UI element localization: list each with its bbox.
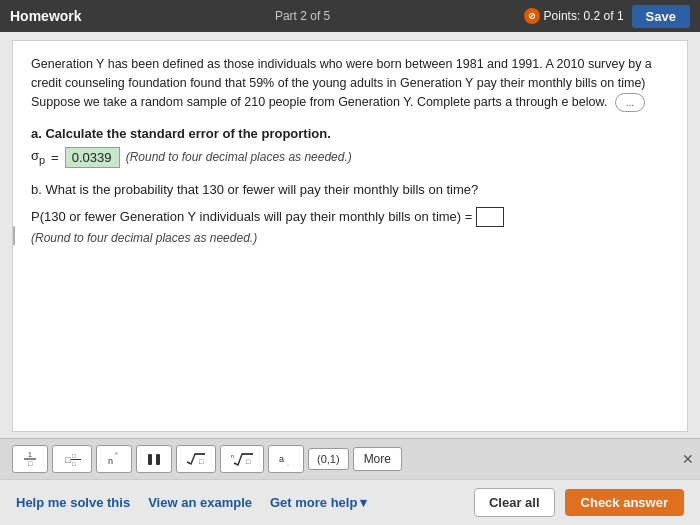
svg-rect-10 <box>156 454 160 465</box>
svg-text:□: □ <box>65 455 71 465</box>
clear-all-button[interactable]: Clear all <box>474 488 555 517</box>
close-toolbar-button[interactable]: ✕ <box>682 451 694 467</box>
nth-root-icon: n □ <box>229 450 255 468</box>
mixed-num-btn[interactable]: □ □ □ <box>52 445 92 473</box>
svg-text:□: □ <box>28 460 33 467</box>
svg-text:□: □ <box>72 453 76 459</box>
main-area: Generation Y has been defined as those i… <box>0 32 700 479</box>
help-me-solve-link[interactable]: Help me solve this <box>16 495 130 510</box>
round-note-b: (Round to four decimal places as needed.… <box>31 231 669 245</box>
nth-root-btn[interactable]: n □ <box>220 445 264 473</box>
svg-text:□: □ <box>246 458 251 465</box>
part-label: Part 2 of 5 <box>275 9 330 23</box>
svg-text:°: ° <box>115 452 118 459</box>
superscript-icon: n ° <box>105 450 123 468</box>
bottom-right: Clear all Check answer <box>474 488 684 517</box>
answer-a-value: 0.0339 <box>65 147 120 168</box>
save-button[interactable]: Save <box>632 5 690 28</box>
svg-text:n: n <box>231 453 234 459</box>
points-text: Points: 0.2 of 1 <box>544 9 624 23</box>
sqrt-icon: □ <box>185 450 207 468</box>
mixed-num-icon: □ □ □ <box>61 450 83 468</box>
check-answer-button[interactable]: Check answer <box>565 489 684 516</box>
interval-label: (0,1) <box>317 453 340 465</box>
superscript-btn[interactable]: n ° <box>96 445 132 473</box>
more-math-button[interactable]: More <box>353 447 402 471</box>
content-panel: Generation Y has been defined as those i… <box>12 40 688 432</box>
points-icon: ⊘ <box>524 8 540 24</box>
top-bar: Homework Part 2 of 5 ⊘ Points: 0.2 of 1 … <box>0 0 700 32</box>
sigma-p-label: σp <box>31 148 45 166</box>
pipe-icon <box>145 450 163 468</box>
side-tab: E <box>12 226 15 245</box>
homework-title: Homework <box>10 8 82 24</box>
top-bar-right: ⊘ Points: 0.2 of 1 Save <box>524 5 690 28</box>
bottom-left: Help me solve this View an example Get m… <box>16 495 367 510</box>
more-button[interactable]: ... <box>615 93 645 112</box>
part-b-answer-row: P(130 or fewer Generation Y individuals … <box>31 207 669 227</box>
svg-text:.: . <box>287 460 289 467</box>
pipe-btn[interactable] <box>136 445 172 473</box>
part-b-probability-label: P(130 or fewer Generation Y individuals … <box>31 207 472 227</box>
round-note-a: (Round to four decimal places as needed.… <box>126 150 352 164</box>
svg-text:1: 1 <box>28 451 32 458</box>
fraction-btn[interactable]: 1 □ <box>12 445 48 473</box>
subscript-btn[interactable]: a . <box>268 445 304 473</box>
view-example-link[interactable]: View an example <box>148 495 252 510</box>
bottom-bar: Help me solve this View an example Get m… <box>0 479 700 525</box>
svg-text:□: □ <box>199 458 204 465</box>
math-toolbar: 1 □ □ □ □ n ° <box>0 438 700 479</box>
part-b-text: b. What is the probability that 130 or f… <box>31 180 669 200</box>
svg-text:n: n <box>108 456 113 466</box>
svg-text:□: □ <box>72 461 76 467</box>
interval-btn[interactable]: (0,1) <box>308 448 349 470</box>
equals-a: = <box>51 150 59 165</box>
sqrt-btn[interactable]: □ <box>176 445 216 473</box>
svg-rect-9 <box>148 454 152 465</box>
chevron-down-icon: ▾ <box>360 495 367 510</box>
part-a-answer-row: σp = 0.0339 (Round to four decimal place… <box>31 147 669 168</box>
part-a-label: a. Calculate the standard error of the p… <box>31 126 669 141</box>
subscript-icon: a . <box>277 450 295 468</box>
problem-text: Generation Y has been defined as those i… <box>31 55 669 112</box>
answer-b-input[interactable] <box>476 207 504 227</box>
get-more-help-button[interactable]: Get more help ▾ <box>270 495 367 510</box>
points-display: ⊘ Points: 0.2 of 1 <box>524 8 624 24</box>
fraction-icon: 1 □ <box>21 450 39 468</box>
svg-text:a: a <box>279 454 284 464</box>
